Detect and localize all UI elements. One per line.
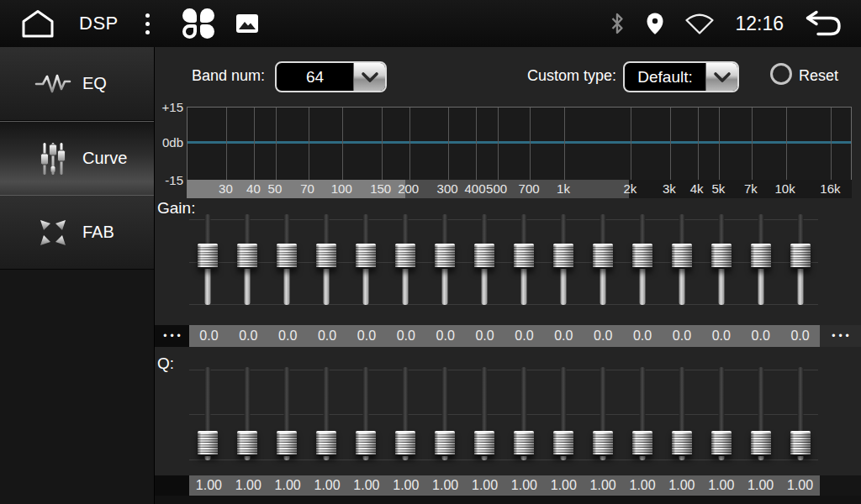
gain-value-10: 0.0 (544, 325, 584, 347)
gain-slider-16[interactable] (781, 212, 821, 312)
q-slider-knob[interactable] (593, 431, 613, 456)
slider-track (307, 214, 346, 305)
q-slider-knob[interactable] (553, 431, 573, 456)
q-slider-knob[interactable] (356, 431, 376, 456)
q-slider-3[interactable] (267, 361, 307, 469)
gain-slider-knob[interactable] (198, 244, 218, 269)
gain-slider-7[interactable] (425, 212, 465, 312)
q-slider-knob[interactable] (474, 431, 494, 456)
q-value-12: 1.00 (623, 475, 663, 496)
gain-slider-9[interactable] (504, 212, 544, 312)
freq-tick-label: 50 (268, 180, 283, 198)
q-slider-knob[interactable] (316, 431, 336, 456)
custom-type-select[interactable]: Default: (623, 61, 739, 92)
q-slider-12[interactable] (623, 361, 663, 469)
band-num-select[interactable]: 64 (275, 61, 387, 92)
q-slider-11[interactable] (584, 361, 623, 469)
reset-radio[interactable] (770, 63, 792, 85)
freq-tick-label: 300 (437, 180, 458, 198)
slider-track (544, 214, 584, 305)
gain-slider-knob[interactable] (435, 244, 455, 269)
q-slider-knob[interactable] (632, 431, 652, 456)
gain-slider-knob[interactable] (316, 244, 336, 269)
gain-slider-5[interactable] (346, 212, 386, 312)
q-slider-1[interactable] (188, 361, 228, 469)
gain-slider-2[interactable] (228, 212, 267, 312)
sidebar-item-eq[interactable]: EQ (0, 47, 154, 121)
gain-slider-knob[interactable] (277, 244, 297, 269)
q-slider-4[interactable] (307, 361, 346, 469)
gain-slider-14[interactable] (702, 212, 742, 312)
q-value-1: 1.00 (189, 475, 229, 496)
gain-scroll-left-button[interactable]: ••• (155, 325, 189, 347)
gain-slider-4[interactable] (307, 212, 346, 312)
q-slider-5[interactable] (346, 361, 386, 469)
gain-slider-3[interactable] (267, 212, 307, 312)
q-slider-15[interactable] (742, 361, 781, 469)
grid-line (831, 108, 832, 180)
gain-slider-knob[interactable] (514, 244, 534, 269)
gain-slider-knob[interactable] (395, 244, 415, 269)
gain-value-14: 0.0 (701, 325, 741, 347)
gain-slider-knob[interactable] (790, 244, 811, 269)
overflow-menu-icon[interactable] (142, 10, 153, 38)
chevron-down-icon[interactable] (353, 63, 385, 91)
q-slider-knob[interactable] (790, 431, 811, 456)
chevron-down-icon[interactable] (705, 63, 737, 91)
q-slider-knob[interactable] (751, 431, 771, 456)
gain-slider-knob[interactable] (751, 244, 771, 269)
gain-scroll-right-button[interactable]: ••• (820, 325, 861, 347)
gain-slider-knob[interactable] (237, 244, 257, 269)
sidebar-item-fab[interactable]: FAB (0, 196, 154, 270)
gain-slider-15[interactable] (742, 212, 781, 312)
q-value-row: 1.001.001.001.001.001.001.001.001.001.00… (155, 475, 861, 496)
grid-line (226, 108, 227, 180)
q-slider-knob[interactable] (395, 431, 415, 456)
gain-slider-knob[interactable] (672, 244, 692, 269)
gain-slider-1[interactable] (188, 212, 228, 312)
q-slider-knob[interactable] (198, 431, 218, 456)
slider-track (504, 367, 544, 460)
gain-slider-10[interactable] (544, 212, 584, 312)
q-row-right-spacer (820, 475, 861, 496)
q-slider-knob[interactable] (672, 431, 692, 456)
freq-tick-label: 5k (711, 180, 725, 198)
gain-slider-knob[interactable] (711, 244, 732, 269)
q-slider-16[interactable] (781, 361, 821, 469)
gain-slider-8[interactable] (465, 212, 504, 312)
sidebar-item-curve[interactable]: Curve (0, 121, 154, 196)
q-slider-7[interactable] (425, 361, 465, 469)
q-slider-knob[interactable] (435, 431, 455, 456)
q-slider-knob[interactable] (711, 431, 732, 456)
slider-track (228, 367, 267, 460)
q-slider-2[interactable] (228, 361, 267, 469)
freq-tick-label: 4k (690, 180, 704, 198)
q-slider-knob[interactable] (514, 431, 534, 456)
gain-slider-knob[interactable] (474, 244, 494, 269)
home-icon[interactable] (18, 8, 57, 39)
gain-slider-knob[interactable] (593, 244, 613, 269)
apps-icon[interactable] (182, 7, 215, 40)
gallery-icon[interactable] (235, 13, 259, 34)
q-value-9: 1.00 (504, 475, 544, 496)
gain-slider-6[interactable] (386, 212, 425, 312)
gain-slider-knob[interactable] (356, 244, 376, 269)
q-slider-knob[interactable] (237, 431, 257, 456)
q-slider-14[interactable] (702, 361, 742, 469)
q-slider-10[interactable] (544, 361, 584, 469)
eq-curve-plot[interactable] (187, 107, 852, 180)
q-slider-knob[interactable] (277, 431, 297, 456)
q-slider-13[interactable] (663, 361, 702, 469)
gain-slider-knob[interactable] (553, 244, 573, 269)
gain-slider-knob[interactable] (632, 244, 652, 269)
slider-track (663, 367, 702, 460)
q-slider-6[interactable] (386, 361, 425, 469)
gain-slider-12[interactable] (623, 212, 663, 312)
slider-track (781, 367, 821, 460)
gain-slider-13[interactable] (663, 212, 702, 312)
q-slider-8[interactable] (465, 361, 504, 469)
app-title: DSP (79, 13, 119, 34)
back-icon[interactable] (804, 9, 843, 38)
q-slider-9[interactable] (504, 361, 544, 469)
gain-slider-11[interactable] (584, 212, 623, 312)
